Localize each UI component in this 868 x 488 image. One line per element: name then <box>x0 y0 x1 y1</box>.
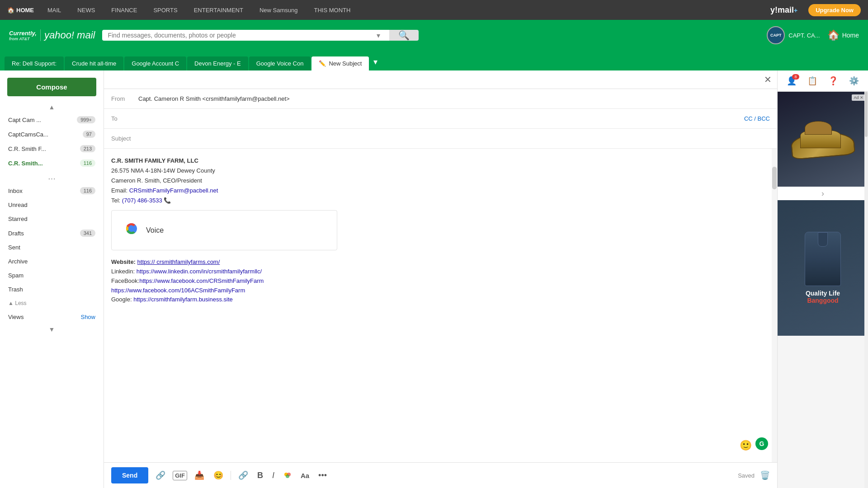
folder-inbox[interactable]: Inbox 116 <box>4 183 100 198</box>
views-row: Views Show <box>4 310 100 324</box>
google-url[interactable]: https://crsmithfamilyfarm.business.site <box>133 296 233 303</box>
compose-toolbar: Send 🔗 GIF 📥 😊 🔗 B I Aa ••• Saved 🗑️ <box>104 462 777 488</box>
nav-this-month[interactable]: THIS MONTH <box>311 5 353 15</box>
settings-icon[interactable]: ⚙️ <box>849 76 859 86</box>
contacts-icon[interactable]: 👤 8 <box>787 76 797 86</box>
sidebar-scroll-down[interactable]: ▼ <box>4 324 100 335</box>
tab-devon-energy[interactable]: Devon Energy - E <box>187 56 248 70</box>
to-label: To <box>111 115 138 122</box>
close-compose-button[interactable]: ✕ <box>764 74 772 85</box>
folder-trash[interactable]: Trash <box>4 282 100 296</box>
folder-unread[interactable]: Unread <box>4 198 100 212</box>
accounts-dots: … <box>4 170 100 183</box>
right-panel-scroll-thumb <box>865 92 868 137</box>
views-show-link[interactable]: Show <box>80 314 95 320</box>
tab-google-account[interactable]: Google Account C <box>124 56 186 70</box>
folder-scroll: ▲ Capt Cam ... 999+ CaptCamsCa... 97 C.R… <box>0 102 104 335</box>
subject-label: Subject <box>111 135 138 142</box>
folder-drafts[interactable]: Drafts 341 <box>4 226 100 240</box>
email-link[interactable]: CRSmithFamilyFarm@pacbell.net <box>129 187 218 194</box>
from-value: Capt. Cameron R Smith <crsmithfamilyfarm… <box>138 95 770 102</box>
attachment-icon[interactable]: 📥 <box>193 469 206 482</box>
tab-crude[interactable]: Crude hit all-time <box>65 56 123 70</box>
tab-new-subject[interactable]: ✏️ New Subject <box>311 56 369 70</box>
account-item-3[interactable]: C.R. Smith F... 213 <box>4 141 100 156</box>
subject-input[interactable] <box>138 135 770 142</box>
sidebar: Compose ▲ Capt Cam ... 999+ CaptCamsCa..… <box>0 70 104 488</box>
hyperlink-icon[interactable]: 🔗 <box>236 469 250 482</box>
search-input[interactable] <box>108 32 369 39</box>
links-section: Website: https:// crsmithfamilyfarms.com… <box>111 258 770 305</box>
emoji-grammar-area: 🙂 G <box>740 437 768 453</box>
color-icon[interactable] <box>282 469 293 483</box>
google-voice-box[interactable]: Voice <box>111 210 337 250</box>
folder-spam[interactable]: Spam <box>4 268 100 282</box>
link-icon[interactable]: 🔗 <box>154 469 167 482</box>
ad-next-button[interactable]: › <box>821 189 824 198</box>
tab-google-voice[interactable]: Google Voice Con <box>249 56 311 70</box>
header-home-button[interactable]: 🏠 Home <box>827 29 859 41</box>
facebook-url1[interactable]: https://www.facebook.com/CRSmithFamilyFa… <box>139 277 264 284</box>
nav-entertainment[interactable]: ENTERTAINMENT <box>191 5 246 15</box>
sidebar-scroll-up[interactable]: ▲ <box>4 102 100 113</box>
folder-starred[interactable]: Starred <box>4 212 100 226</box>
compose-button[interactable]: Compose <box>7 78 96 96</box>
search-input-wrap: ▾ <box>102 30 389 41</box>
gif-icon[interactable]: GIF <box>173 471 187 480</box>
ad-area: Ad ✕ › Quality Life <box>778 92 868 488</box>
website-url[interactable]: https:// crsmithfamilyfarms.com/ <box>137 258 220 265</box>
cc-bcc-button[interactable]: CC / BCC <box>744 115 770 122</box>
body-scroll-bar[interactable] <box>772 149 777 462</box>
currently-label: Currently, from AT&T <box>9 29 37 41</box>
bold-icon[interactable]: B <box>255 469 265 482</box>
right-panel: 👤 8 📋 ❓ ⚙️ Ad ✕ <box>778 70 868 488</box>
website-label: Website: <box>111 258 136 265</box>
main-layout: Compose ▲ Capt Cam ... 999+ CaptCamsCa..… <box>0 70 868 488</box>
subject-field-row: Subject <box>104 129 777 149</box>
email-body[interactable]: C.R. SMITH FAMILY FARM, LLC 26.575 NMA 4… <box>104 149 777 462</box>
account-item-2[interactable]: CaptCamsCa... 97 <box>4 127 100 141</box>
from-att-label: from AT&T <box>9 37 37 41</box>
linkedin-url[interactable]: https://www.linkedin.com/in/crsmithfamil… <box>137 268 262 275</box>
upgrade-button[interactable]: Upgrade Now <box>808 4 861 16</box>
folder-archive[interactable]: Archive <box>4 254 100 268</box>
more-options-icon[interactable]: ••• <box>316 469 329 482</box>
less-section[interactable]: ▲ Less <box>4 296 100 310</box>
toolbar-divider-1 <box>231 471 231 480</box>
search-bar: Currently, from AT&T yahoo! mail ▾ 🔍 CAP… <box>0 20 868 51</box>
linkedin-label: Linkedin: <box>111 268 135 275</box>
emoji-button[interactable]: 🙂 <box>740 437 752 453</box>
user-avatar-button[interactable]: CAPT CAPT. CA... <box>767 26 820 44</box>
nav-sports[interactable]: SPORTS <box>151 5 180 15</box>
font-size-icon[interactable]: Aa <box>299 470 311 481</box>
ad-banggood: Banggood <box>806 297 840 304</box>
send-button[interactable]: Send <box>111 467 148 483</box>
emoji-toolbar-icon[interactable]: 😊 <box>212 469 225 482</box>
nav-news[interactable]: NEWS <box>75 5 98 15</box>
to-input[interactable] <box>138 115 744 122</box>
ad-quality-life: Quality Life <box>806 290 840 297</box>
tab-re-dell[interactable]: Re: Dell Support: <box>5 56 64 70</box>
from-field-row: From Capt. Cameron R Smith <crsmithfamil… <box>104 89 777 109</box>
grammar-check-button[interactable]: G <box>755 437 768 450</box>
tab-new-subject-icon: ✏️ <box>319 60 326 67</box>
calendar-icon[interactable]: 📋 <box>807 76 817 86</box>
folder-sent[interactable]: Sent <box>4 240 100 254</box>
google-g-logo <box>123 220 141 241</box>
italic-icon[interactable]: I <box>270 469 276 482</box>
account-item-1[interactable]: Capt Cam ... 999+ <box>4 113 100 127</box>
nav-mail[interactable]: MAIL <box>45 5 64 15</box>
home-nav-item[interactable]: 🏠 HOME <box>7 7 34 14</box>
google-label: Google: <box>111 296 132 303</box>
nav-finance[interactable]: FINANCE <box>108 5 140 15</box>
search-button[interactable]: 🔍 <box>389 30 419 41</box>
search-dropdown-button[interactable]: ▾ <box>373 31 384 40</box>
account-item-4[interactable]: C.R. Smith... 116 <box>4 156 100 170</box>
right-panel-scrollbar[interactable] <box>864 92 868 488</box>
nav-new-samsung[interactable]: New Samsung <box>257 5 301 15</box>
tabs-more-button[interactable]: ▾ <box>370 53 381 70</box>
help-icon[interactable]: ❓ <box>828 76 838 86</box>
facebook-url2[interactable]: https://www.facebook.com/106ACSmithFamil… <box>111 287 245 294</box>
yahoo-mail-logo-text: yahoo! mail <box>44 29 95 41</box>
delete-draft-button[interactable]: 🗑️ <box>760 470 770 480</box>
